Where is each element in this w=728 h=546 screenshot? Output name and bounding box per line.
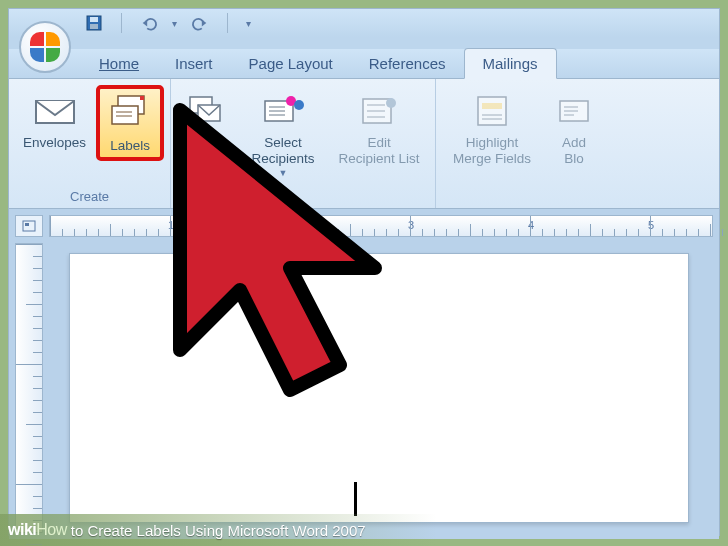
- svg-point-18: [386, 98, 396, 108]
- group-create: Envelopes Labels Create: [9, 79, 171, 208]
- ruler-mark: 2: [288, 219, 294, 231]
- wikihow-article-title: to Create Labels Using Microsoft Word 20…: [71, 522, 366, 539]
- wikihow-logo-how: How: [36, 521, 67, 538]
- tab-page-layout[interactable]: Page Layout: [231, 49, 351, 78]
- select-recipients-icon: [261, 89, 305, 133]
- svg-rect-23: [482, 103, 502, 109]
- qat-separator: [227, 13, 228, 33]
- mail-merge-icon: [185, 89, 229, 133]
- ribbon-tabs: Home Insert Page Layout References Maili…: [9, 49, 719, 79]
- quick-access-toolbar: ▾ ▾: [85, 13, 251, 33]
- start-mail-merge-button[interactable]: Mail: [179, 87, 235, 153]
- ruler-mark: 5: [648, 219, 654, 231]
- edit-recipient-list-icon: [357, 89, 401, 133]
- ruler-mark: 4: [528, 219, 534, 231]
- highlight-merge-fields-button[interactable]: Highlight Merge Fields: [444, 87, 540, 168]
- undo-dropdown-icon[interactable]: ▾: [172, 18, 177, 29]
- group-start-mail-merge: Mail Select Recipients ▼ Edit Recipient …: [171, 79, 436, 208]
- svg-rect-6: [112, 106, 138, 124]
- mail-label: Mail: [195, 135, 220, 151]
- tab-mailings[interactable]: Mailings: [464, 48, 557, 79]
- svg-rect-22: [478, 97, 506, 125]
- vertical-ruler[interactable]: [15, 243, 43, 533]
- envelope-icon: [33, 89, 77, 133]
- tab-references[interactable]: References: [351, 49, 464, 78]
- save-icon[interactable]: [85, 14, 103, 32]
- address-block-label: AddBlo: [562, 135, 586, 166]
- horizontal-ruler[interactable]: 1 2 3 4 5: [49, 215, 713, 237]
- tab-insert[interactable]: Insert: [157, 49, 231, 78]
- title-bar: ▾ ▾: [9, 9, 719, 37]
- ribbon: Envelopes Labels Create: [9, 79, 719, 209]
- ruler-mark: 3: [408, 219, 414, 231]
- word-window: ▾ ▾ Home Insert Page Layout References M…: [8, 8, 720, 536]
- address-block-button[interactable]: AddBlo: [546, 87, 602, 168]
- envelopes-label: Envelopes: [23, 135, 86, 151]
- labels-icon: [108, 92, 152, 136]
- ruler-mark: 1: [168, 219, 174, 231]
- highlight-merge-fields-icon: [470, 89, 514, 133]
- wikihow-logo-wiki: wiki: [8, 521, 36, 538]
- highlight-merge-fields-label: Highlight Merge Fields: [453, 135, 531, 166]
- text-cursor: [354, 482, 357, 516]
- select-recipients-button[interactable]: Select Recipients ▼: [241, 87, 325, 180]
- svg-rect-2: [90, 24, 98, 29]
- qat-customize-icon[interactable]: ▾: [246, 18, 251, 29]
- office-logo-icon: [30, 32, 60, 62]
- svg-point-13: [294, 100, 304, 110]
- group-write-insert: Highlight Merge Fields AddBlo: [436, 79, 610, 208]
- envelopes-button[interactable]: Envelopes: [17, 87, 92, 153]
- wikihow-logo: wikiHow: [0, 521, 67, 539]
- document-page[interactable]: [69, 253, 689, 523]
- labels-button[interactable]: Labels: [98, 87, 162, 159]
- edit-recipient-list-label: Edit Recipient List: [339, 135, 420, 166]
- labels-label: Labels: [110, 138, 150, 154]
- group-start-label: [179, 204, 427, 206]
- group-create-label: Create: [17, 189, 162, 206]
- address-block-icon: [552, 89, 596, 133]
- ruler-corner[interactable]: [15, 215, 43, 237]
- edit-recipient-list-button[interactable]: Edit Recipient List: [331, 87, 427, 168]
- group-write-label: [444, 204, 602, 206]
- svg-rect-1: [90, 17, 98, 22]
- undo-icon[interactable]: [140, 14, 158, 32]
- redo-icon[interactable]: [191, 14, 209, 32]
- select-recipients-label: Select Recipients: [252, 135, 315, 166]
- office-button[interactable]: [19, 21, 71, 73]
- document-area: 1 2 3 4 5: [9, 209, 719, 539]
- qat-separator: [121, 13, 122, 33]
- svg-rect-5: [140, 96, 144, 100]
- tab-home[interactable]: Home: [81, 49, 157, 78]
- wikihow-caption-bar: wikiHow to Create Labels Using Microsoft…: [0, 514, 728, 546]
- svg-rect-31: [25, 223, 29, 226]
- dropdown-icon: ▼: [279, 168, 288, 178]
